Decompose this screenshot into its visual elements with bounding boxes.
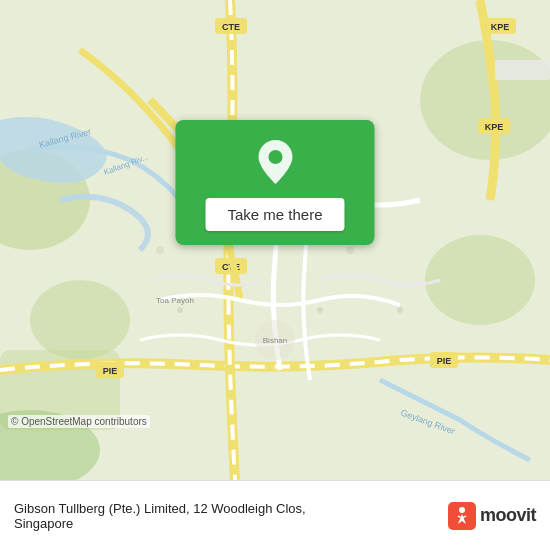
moovit-brand-text: moovit: [480, 505, 536, 526]
svg-point-23: [317, 307, 323, 313]
svg-point-34: [459, 507, 465, 513]
map-attribution: © OpenStreetMap contributors: [8, 415, 150, 428]
svg-text:KPE: KPE: [485, 122, 504, 132]
svg-point-4: [425, 235, 535, 325]
business-location: Singapore: [14, 516, 448, 531]
business-name: Gibson Tullberg (Pte.) Limited, 12 Woodl…: [14, 501, 448, 516]
svg-text:CTE: CTE: [222, 22, 240, 32]
svg-rect-27: [495, 60, 550, 80]
svg-text:Bishan: Bishan: [263, 336, 287, 345]
green-panel: Take me there: [175, 120, 374, 245]
moovit-logo: moovit: [448, 502, 536, 530]
take-me-there-button[interactable]: Take me there: [205, 198, 344, 231]
moovit-logo-icon: [448, 502, 476, 530]
svg-point-2: [30, 280, 130, 360]
map-view: CTE CTE KPE KPE PIE PIE Kallang River Ge…: [0, 0, 550, 480]
svg-point-26: [346, 246, 354, 254]
svg-text:KPE: KPE: [491, 22, 510, 32]
svg-text:PIE: PIE: [103, 366, 118, 376]
svg-point-22: [177, 307, 183, 313]
business-info: Gibson Tullberg (Pte.) Limited, 12 Woodl…: [14, 501, 448, 531]
svg-point-24: [397, 307, 403, 313]
bottom-bar: Gibson Tullberg (Pte.) Limited, 12 Woodl…: [0, 480, 550, 550]
svg-text:PIE: PIE: [437, 356, 452, 366]
button-overlay: Take me there: [175, 120, 374, 245]
svg-text:Toa Payoh: Toa Payoh: [156, 296, 194, 305]
location-pin-icon: [255, 138, 295, 190]
svg-point-32: [268, 150, 282, 164]
svg-point-25: [156, 246, 164, 254]
